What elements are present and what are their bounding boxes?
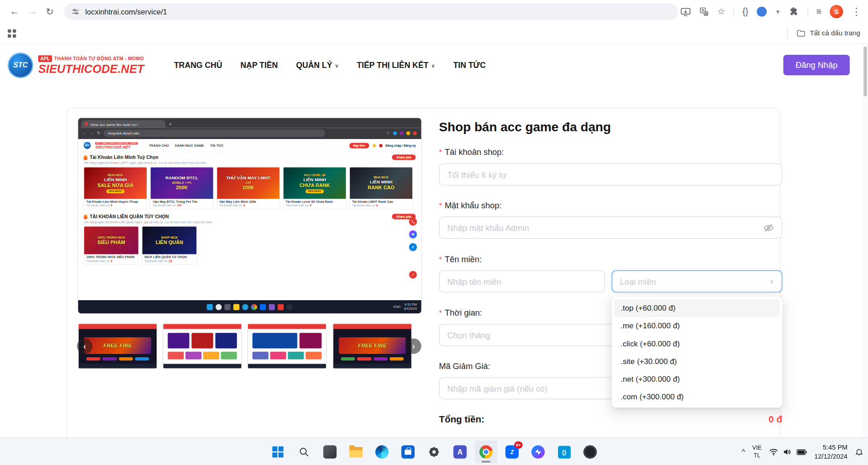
preview-star-icon: ☆: [386, 131, 391, 136]
url-bar[interactable]: locxinhtrai.com/service/1: [64, 3, 678, 20]
preview-product-card: MUA NICKLIÊN MINHSALE NỬA GIÁMUA NGAY Tà…: [84, 167, 148, 209]
preview-contact-floats: M Z: [409, 218, 417, 251]
preview-taskbar: ENG 4:32 PM 6/4/2024: [78, 300, 421, 313]
notifications-bell-icon[interactable]: [855, 447, 864, 456]
domain-option-click[interactable]: .click (+60.000 đ): [614, 335, 780, 352]
site-logo[interactable]: STC APL THANH TOÁN TỰ ĐỘNG ATM - MOMO SI…: [8, 53, 144, 78]
screen: ← → ↻ locxinhtrai.com/service/1 ☆ {} ▼: [0, 0, 868, 465]
reload-button[interactable]: ↻: [42, 4, 57, 19]
browser-toolbar: ← → ↻ locxinhtrai.com/service/1 ☆ {} ▼: [0, 0, 868, 23]
triangle-icon[interactable]: ▼: [775, 9, 781, 14]
form-title: Shop bán acc game đa dạng: [439, 120, 611, 134]
messenger-icon: M: [409, 230, 417, 238]
preview-url-bar: shopnick.fteach.site: [103, 129, 324, 137]
app-a-icon[interactable]: A: [449, 441, 471, 463]
taskbar-clock[interactable]: 5:45 PM 12/12/2024: [814, 443, 847, 461]
domain-option-com[interactable]: .com (+300.000 đ): [614, 388, 780, 405]
preview-product-card: MUA NICKLIÊN MINHRANK CAO Tài Khoản LMHT…: [349, 167, 413, 209]
preview-topup-button: Nạp tiền: [349, 143, 369, 148]
camera-app-icon[interactable]: [579, 441, 601, 463]
volume-icon: [783, 448, 792, 456]
extensions-puzzle-icon[interactable]: [789, 7, 799, 17]
menu-kebab-icon[interactable]: ⋮: [851, 7, 861, 17]
phone-icon: [409, 218, 417, 225]
domain-option-site[interactable]: .site (+30.000 đ): [614, 352, 780, 370]
profile-avatar[interactable]: S: [830, 5, 843, 18]
code-braces-icon[interactable]: {}: [742, 7, 748, 16]
edge-icon[interactable]: [371, 441, 393, 463]
tray-expand-icon[interactable]: ^: [742, 448, 745, 456]
start-button[interactable]: [267, 441, 289, 463]
logo-tagline: THANH TOÁN TỰ ĐỘNG ATM - MOMO: [54, 56, 144, 62]
cast-icon[interactable]: [680, 7, 691, 16]
messenger-icon[interactable]: [527, 441, 549, 463]
forward-button[interactable]: →: [24, 4, 40, 19]
scroll-top-icon: ↑: [409, 271, 417, 278]
domain-type-select[interactable]: Loại miền ∨: [612, 270, 782, 292]
preview-shop-header: STC STC THANH TOÁN TỰ ĐỘNG ATM - MOMO SI…: [78, 139, 421, 152]
apps-grid-icon[interactable]: [8, 29, 16, 37]
preview-favicon: [85, 122, 88, 125]
nav-item-topup[interactable]: NẠP TIỀN: [240, 61, 277, 70]
nav-item-affiliate[interactable]: TIẾP THỊ LIÊN KẾT∨: [357, 61, 435, 70]
system-tray: ^ VIE TL 5:45 PM 12/12/2024: [742, 438, 863, 465]
extension-avatar-icon[interactable]: [757, 7, 767, 17]
side-panel-icon[interactable]: ≡: [816, 7, 821, 16]
chevron-down-icon: ∨: [431, 62, 435, 68]
bookmark-star-icon[interactable]: ☆: [717, 7, 725, 16]
file-explorer-icon[interactable]: [345, 441, 367, 463]
site-info-icon[interactable]: [72, 8, 80, 16]
tray-status-icons[interactable]: [769, 448, 807, 456]
chevron-down-icon: ∨: [769, 278, 774, 285]
store-icon[interactable]: [397, 441, 419, 463]
shop-account-input[interactable]: [439, 163, 782, 186]
preview-browser-tab: Shop acc game liên quân uy t: [81, 120, 166, 128]
shop-password-input[interactable]: [439, 216, 782, 239]
password-visibility-icon[interactable]: [763, 223, 774, 235]
url-text: locxinhtrai.com/service/1: [85, 8, 167, 16]
time-label: * Thời gian:: [439, 308, 482, 317]
preview-bell-icon: [372, 144, 376, 147]
shop-thumbnail[interactable]: [163, 323, 242, 369]
logo-tag-box: APL: [38, 55, 52, 62]
preview-browser-toolbar: ← → ↻ shopnick.fteach.site ☆: [78, 128, 421, 139]
language-switcher[interactable]: VIE TL: [752, 444, 762, 459]
domain-name-input[interactable]: [439, 270, 605, 292]
preview-shop-page: STC STC THANH TOÁN TỰ ĐỘNG ATM - MOMO SI…: [78, 139, 421, 300]
carousel-next-button[interactable]: ›: [406, 338, 421, 354]
domain-option-net[interactable]: .net (+300.000 đ): [614, 370, 780, 388]
login-button[interactable]: Đăng Nhập: [783, 55, 850, 75]
domain-option-top[interactable]: .top (+60.000 đ): [614, 299, 780, 317]
divider: [807, 7, 808, 17]
battery-icon: [796, 448, 807, 455]
taskbar-icons: A Z5+ {}: [267, 441, 601, 463]
total-label: Tổng tiền:: [439, 414, 484, 425]
shop-preview-image[interactable]: Shop acc game liên quân uy t + ← → ↻ sho…: [78, 118, 421, 314]
scrollbar-thumb[interactable]: [863, 47, 867, 96]
page-scrollbar[interactable]: [863, 44, 868, 437]
preview-products-row2: 100% TRÚNG NICKSIÊU PHẨM 100% TRÚNG NICK…: [78, 225, 421, 267]
taskbar-search-icon[interactable]: [293, 441, 315, 463]
all-bookmarks-button[interactable]: Tất cả dấu trang: [787, 27, 860, 39]
logo-badge: STC: [8, 53, 33, 78]
vscode-icon[interactable]: {}: [553, 441, 575, 463]
shop-thumbnail[interactable]: FREE FIRE: [333, 323, 412, 369]
task-view-icon[interactable]: [319, 441, 341, 463]
preview-reload-icon: ↻: [97, 131, 100, 136]
logo-title: SIEUTHICODE.NET: [38, 63, 144, 75]
back-button[interactable]: ←: [7, 4, 22, 19]
nav-item-news[interactable]: TIN TỨC: [453, 61, 486, 70]
total-value: 0 đ: [768, 414, 782, 425]
translate-icon[interactable]: [699, 7, 709, 17]
zalo-icon[interactable]: Z5+: [501, 441, 523, 463]
chrome-icon[interactable]: [475, 441, 497, 463]
settings-gear-icon[interactable]: [423, 441, 445, 463]
domain-option-me[interactable]: .me (+160.000 đ): [614, 317, 780, 335]
zalo-icon: Z: [409, 243, 417, 251]
nav-item-manage[interactable]: QUẢN LÝ∨: [296, 61, 339, 70]
preview-section2-header: TÀI KHOẢN LIÊN QUÂN TÙY CHỌN Khám phá: [78, 212, 421, 220]
flame-icon: [84, 155, 88, 160]
nav-item-home[interactable]: TRANG CHỦ: [174, 61, 222, 70]
carousel-prev-button[interactable]: ‹: [77, 338, 92, 354]
shop-thumbnail[interactable]: [248, 323, 327, 369]
